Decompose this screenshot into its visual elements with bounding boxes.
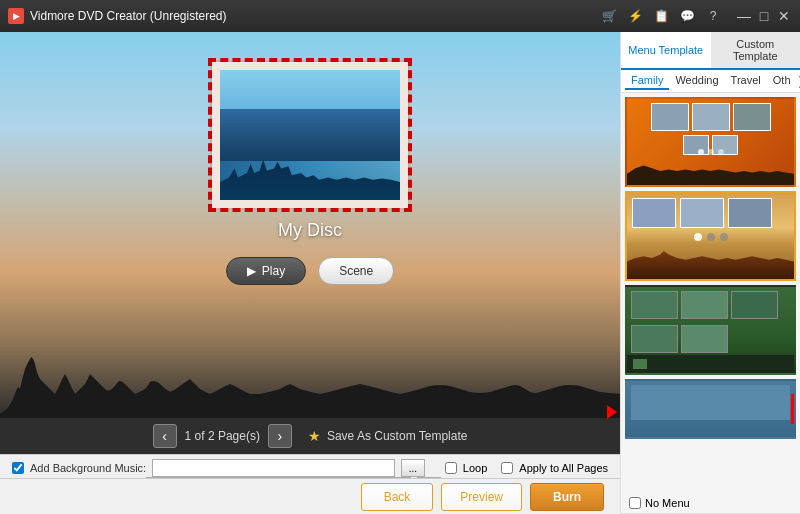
no-menu-checkbox[interactable] <box>629 497 641 509</box>
category-tabs: Family Wedding Travel Oth ❯ <box>621 70 800 93</box>
help-icon[interactable]: ? <box>704 7 722 25</box>
action-bar: Back Preview Burn <box>0 478 620 514</box>
burn-button[interactable]: Burn <box>530 483 604 511</box>
page-nav: ‹ 1 of 2 Page(s) › <box>153 424 292 448</box>
preview-area: My Disc ▶ Play Scene ‹ 1 of 2 Page(s) › <box>0 32 620 514</box>
app-icon: ▶ <box>8 8 24 24</box>
disc-image-overlay <box>220 70 400 200</box>
bg-music-row: Add Background Music: ... Loop Apply to … <box>12 459 608 477</box>
app-title: Vidmore DVD Creator (Unregistered) <box>30 9 594 23</box>
cat-tab-wedding[interactable]: Wedding <box>669 72 724 90</box>
cat-tab-family[interactable]: Family <box>625 72 669 90</box>
no-menu-area: No Menu <box>621 493 800 514</box>
preview-buttons: ▶ Play Scene <box>226 257 394 285</box>
minimize-button[interactable]: — <box>736 8 752 24</box>
loop-checkbox[interactable] <box>445 462 457 474</box>
right-panel: Menu Template Custom Template Family Wed… <box>620 32 800 514</box>
template-item-3[interactable] <box>625 285 796 375</box>
disc-preview-wrapper <box>212 62 408 208</box>
title-bar: ▶ Vidmore DVD Creator (Unregistered) 🛒 ⚡… <box>0 0 800 32</box>
template-item-1[interactable] <box>625 97 796 187</box>
bg-music-label: Add Background Music: <box>30 462 146 474</box>
red-arrow-indicator <box>607 405 617 419</box>
template-tabs: Menu Template Custom Template <box>621 32 800 70</box>
cart-icon[interactable]: 🛒 <box>600 7 618 25</box>
page-info: 1 of 2 Page(s) <box>185 429 260 443</box>
preview-toolbar: ‹ 1 of 2 Page(s) › ★ Save As Custom Temp… <box>0 418 620 454</box>
close-button[interactable]: ✕ <box>776 8 792 24</box>
bg-music-checkbox[interactable] <box>12 462 24 474</box>
star-icon: ★ <box>308 428 321 444</box>
maximize-button[interactable]: □ <box>756 8 772 24</box>
cat-tab-travel[interactable]: Travel <box>725 72 767 90</box>
category-scroll-right[interactable]: ❯ <box>797 74 801 88</box>
back-button[interactable]: Back <box>361 483 434 511</box>
no-menu-label: No Menu <box>645 497 690 509</box>
lightning-icon[interactable]: ⚡ <box>626 7 644 25</box>
template-item-2[interactable] <box>625 191 796 281</box>
next-page-button[interactable]: › <box>268 424 292 448</box>
copy-icon[interactable]: 📋 <box>652 7 670 25</box>
main-content: My Disc ▶ Play Scene ‹ 1 of 2 Page(s) › <box>0 32 800 514</box>
play-icon: ▶ <box>247 264 256 278</box>
bg-music-browse-button[interactable]: ... <box>401 459 425 477</box>
play-button[interactable]: ▶ Play <box>226 257 306 285</box>
titlebar-icons: 🛒 ⚡ 📋 💬 ? <box>600 7 722 25</box>
preview-button[interactable]: Preview <box>441 483 522 511</box>
prev-page-button[interactable]: ‹ <box>153 424 177 448</box>
disc-image <box>220 70 400 200</box>
window-controls: — □ ✕ <box>736 8 792 24</box>
scene-button[interactable]: Scene <box>318 257 394 285</box>
template-item-4[interactable] <box>625 379 796 439</box>
disc-title: My Disc <box>278 220 342 241</box>
tab-custom-template[interactable]: Custom Template <box>711 32 801 68</box>
template-list <box>621 93 800 493</box>
save-template-button[interactable]: ★ Save As Custom Template <box>308 428 468 444</box>
apply-all-checkbox[interactable] <box>501 462 513 474</box>
chat-icon[interactable]: 💬 <box>678 7 696 25</box>
disc-stamp <box>212 62 408 208</box>
cat-tab-other[interactable]: Oth <box>767 72 797 90</box>
bg-music-input[interactable] <box>152 459 395 477</box>
apply-all-label: Apply to All Pages <box>519 462 608 474</box>
tab-menu-template[interactable]: Menu Template <box>621 32 711 70</box>
loop-label: Loop <box>463 462 487 474</box>
